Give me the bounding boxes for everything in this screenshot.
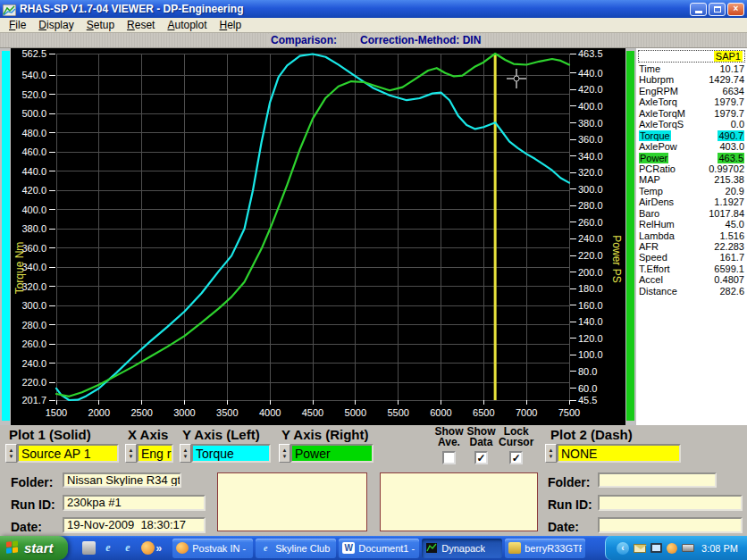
checkbox-cursor[interactable]: ✓	[509, 451, 523, 464]
svg-text:80.0: 80.0	[578, 366, 597, 377]
data-row-label: Lambda	[639, 230, 675, 241]
checkbox-data[interactable]: ✓	[474, 451, 488, 464]
task-label: Skyline Club ...	[275, 543, 332, 554]
task-button-berryr33gtr[interactable]: berryR33GTR...	[505, 539, 585, 558]
svg-text:7500: 7500	[558, 407, 580, 418]
x-axis-spinner[interactable]: ▲▼	[125, 444, 137, 463]
mail-icon[interactable]	[634, 544, 646, 553]
y-axis-left-value[interactable]: Torque	[191, 444, 271, 463]
data-row-speed: Speed161.7	[636, 252, 747, 263]
folder-field-left[interactable]: Nissan Skyline R34 gt2	[63, 472, 181, 488]
data-row-axletorqm: AxleTorqM1979.7	[636, 108, 747, 119]
quick-launch-overflow-chevron[interactable]: »	[156, 542, 163, 555]
svg-text:1500: 1500	[46, 407, 67, 418]
svg-text:440.0: 440.0	[21, 166, 46, 177]
svg-text:420.0: 420.0	[21, 185, 46, 196]
data-row-label: EngRPM	[639, 86, 678, 96]
data-row-value: 1979.7	[714, 108, 744, 119]
data-row-label: PCRatio	[639, 163, 676, 174]
x-axis-combo: X Axis ▲▼ Eng rpm	[125, 427, 173, 463]
window-title: RHAS-SP V1.7-04 VIEWER - DP-Engineering	[20, 3, 686, 15]
svg-text:320.0: 320.0	[578, 167, 603, 178]
menu-item-file[interactable]: File	[3, 18, 32, 32]
task-label: berryR33GTR...	[525, 543, 582, 554]
note-box-2[interactable]	[380, 472, 538, 531]
plot1-spinner[interactable]: ▲▼	[5, 444, 17, 463]
dyno-chart[interactable]: 562.5540.0520.0500.0480.0460.0440.0420.0…	[11, 48, 625, 425]
chart-area[interactable]: 562.5540.0520.0500.0480.0460.0440.0420.0…	[11, 48, 625, 425]
folder-field-right[interactable]	[598, 472, 717, 488]
dynapack-icon	[425, 542, 438, 554]
run-id-field-left[interactable]: 230kpa #1	[63, 495, 206, 511]
menu-item-display[interactable]: Display	[32, 18, 80, 32]
menu-item-setup[interactable]: Setup	[80, 18, 121, 32]
svg-text:3500: 3500	[216, 407, 238, 418]
task-button-skyline-club[interactable]: Skyline Club ...	[256, 539, 336, 558]
x-axis-label: X Axis	[125, 427, 173, 444]
data-row-label: Temp	[639, 186, 663, 196]
close-button[interactable]: ×	[727, 3, 744, 16]
plot1-value[interactable]: Source AP 1	[17, 444, 119, 463]
data-row-pcratio: PCRatio0.99702	[636, 163, 747, 174]
note-box-1[interactable]	[217, 472, 367, 531]
data-row-label: T.Effort	[639, 263, 670, 274]
display-icon[interactable]	[650, 543, 662, 553]
data-row-power: Power463.5	[636, 153, 747, 163]
restore-button[interactable]	[709, 3, 726, 16]
task-button-dynapack[interactable]: Dynapack	[422, 539, 502, 558]
svg-text:460.0: 460.0	[21, 146, 46, 157]
menu-item-reset[interactable]: Reset	[121, 18, 161, 32]
date-field-left[interactable]: 19-Nov-2009 18:30:17	[63, 517, 206, 533]
plot1-combo: Plot 1 (Solid) ▲▼ Source AP 1	[5, 427, 119, 463]
printer-icon[interactable]	[682, 544, 694, 552]
messenger-icon[interactable]	[667, 543, 677, 554]
title-bar[interactable]: RHAS-SP V1.7-04 VIEWER - DP-Engineering …	[0, 0, 747, 18]
svg-text:3000: 3000	[173, 407, 195, 418]
plot2-value[interactable]: NONE	[557, 444, 681, 463]
run-id-field-right[interactable]	[598, 495, 743, 511]
y-axis-right-value[interactable]: Power	[290, 444, 374, 463]
system-tray: 3:08 PM	[605, 536, 747, 560]
date-field-right[interactable]	[598, 517, 743, 533]
run-id-label-left: Run ID:	[11, 497, 55, 512]
minimize-button[interactable]	[690, 3, 707, 16]
svg-text:440.0: 440.0	[578, 68, 603, 79]
data-readout-panel: SAP1 Time10.17Hubrpm1429.74EngRPM6634Axl…	[636, 48, 747, 425]
app-icon[interactable]	[82, 541, 96, 555]
main-area: 562.5540.0520.0500.0480.0460.0440.0420.0…	[0, 48, 747, 425]
data-row-label: AxleTorqM	[639, 108, 685, 119]
y-axis-left-combo: Y Axis (Left) ▲▼ Torque	[180, 427, 271, 463]
svg-text:280.0: 280.0	[21, 320, 46, 330]
app-window: RHAS-SP V1.7-04 VIEWER - DP-Engineering …	[0, 0, 747, 536]
date-label-left: Date:	[11, 520, 42, 534]
data-row-airdens: AirDens1.1927	[636, 196, 747, 207]
menu-item-help[interactable]: Help	[214, 18, 248, 32]
plot2-label: Plot 2 (Dash)	[545, 427, 681, 444]
svg-text:140.0: 140.0	[578, 316, 603, 327]
data-row-value: 463.5	[718, 153, 744, 163]
task-button-postvak-in[interactable]: Postvak IN - ...	[172, 539, 253, 558]
y-axis-right-spinner[interactable]: ▲▼	[279, 444, 290, 463]
svg-text:220.0: 220.0	[21, 377, 46, 388]
menu-bar: FileDisplaySetupResetAutoplotHelp	[0, 18, 747, 33]
data-row-relhum: RelHum45.0	[636, 219, 747, 230]
data-row-axletorqs: AxleTorqS0.0	[636, 119, 747, 130]
plot2-spinner[interactable]: ▲▼	[545, 444, 557, 463]
menu-item-autoplot[interactable]: Autoplot	[161, 18, 213, 32]
y-axis-left-spinner[interactable]: ▲▼	[180, 444, 191, 463]
ie-icon[interactable]	[102, 541, 115, 555]
start-button[interactable]: start	[0, 536, 68, 560]
x-axis-value[interactable]: Eng rpm	[137, 444, 173, 463]
data-row-label: Baro	[639, 208, 659, 219]
data-row-label: Hubrpm	[639, 74, 674, 85]
svg-text:45.5: 45.5	[578, 395, 597, 405]
ie-icon[interactable]	[122, 541, 135, 555]
chevron-icon[interactable]	[617, 542, 629, 555]
task-button-document1[interactable]: Document1 - ...	[339, 539, 419, 558]
run-id-label-right: Run ID:	[548, 497, 592, 512]
checkbox-ave[interactable]	[442, 451, 456, 464]
data-panel-header: SAP1	[638, 50, 745, 63]
plot2-combo: Plot 2 (Dash) ▲▼ NONE	[545, 427, 681, 463]
app-icon	[3, 4, 16, 15]
outlook-icon[interactable]	[141, 541, 155, 555]
